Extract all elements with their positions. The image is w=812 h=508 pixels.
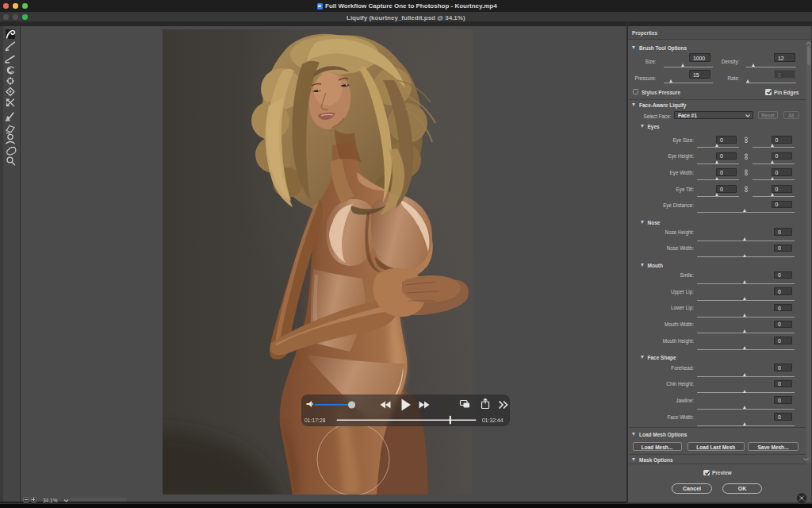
svg-text:01:32:44: 01:32:44	[482, 418, 504, 423]
svg-text:01:17:28: 01:17:28	[304, 418, 326, 423]
